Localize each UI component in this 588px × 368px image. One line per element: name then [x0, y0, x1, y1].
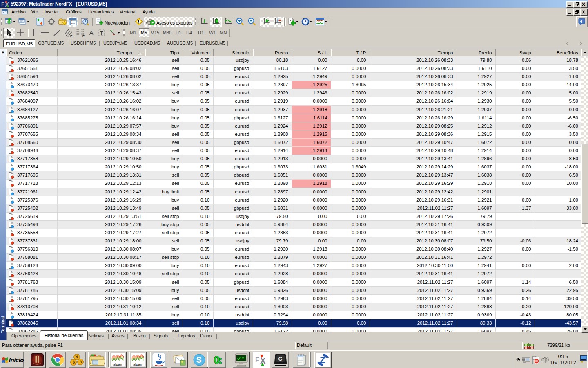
- svg-text:G: G: [278, 356, 283, 362]
- svg-text:4: 4: [580, 19, 583, 24]
- svg-text:S: S: [196, 355, 202, 364]
- svg-text:alpari: alpari: [113, 362, 122, 366]
- svg-text:F: F: [1, 1, 4, 7]
- svg-text:T: T: [100, 31, 103, 36]
- svg-text:F: F: [255, 357, 259, 364]
- svg-text:F: F: [82, 34, 85, 38]
- svg-text:E: E: [70, 34, 73, 38]
- svg-text:Z: Z: [320, 355, 325, 365]
- svg-text:alpari: alpari: [133, 362, 142, 366]
